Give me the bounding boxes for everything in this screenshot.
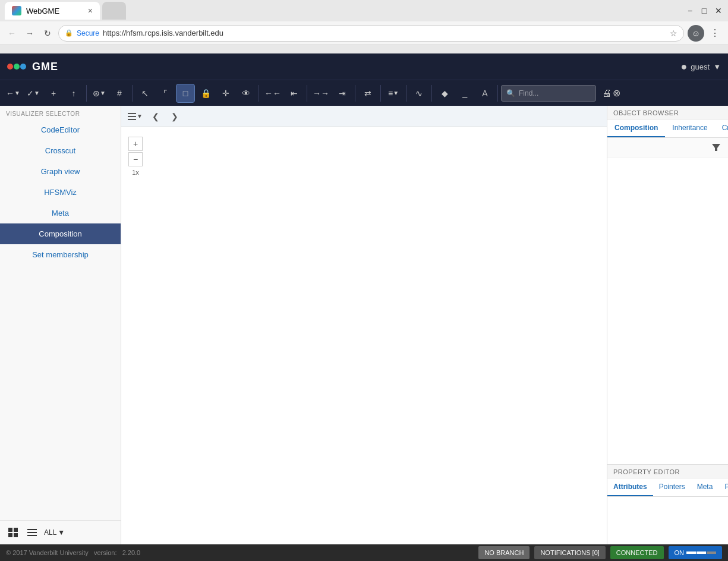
toolbar-skip-redo-btn[interactable]: ⇥ bbox=[333, 84, 352, 103]
tab-crosscut[interactable]: Crosscut bbox=[715, 119, 728, 137]
svg-rect-1 bbox=[14, 528, 18, 532]
toolbar-sep-1 bbox=[86, 85, 87, 102]
filter-button[interactable] bbox=[709, 140, 723, 155]
svg-marker-10 bbox=[712, 144, 720, 151]
search-bar[interactable]: 🔍 bbox=[501, 85, 596, 102]
list-icon bbox=[27, 527, 37, 538]
toolbar-wave-btn[interactable]: ∿ bbox=[409, 84, 428, 103]
toolbar-redo-btn[interactable]: →→ bbox=[310, 84, 332, 103]
toolbar-sep-3 bbox=[259, 85, 259, 102]
notifications-btn[interactable]: NOTIFICATIONS [0] bbox=[534, 546, 605, 559]
secure-label: Secure bbox=[77, 29, 99, 37]
toolbar-rect-btn[interactable]: □ bbox=[176, 84, 195, 103]
minimize-button[interactable]: − bbox=[685, 6, 695, 15]
toolbar-check-dropdown[interactable]: ✓▼ bbox=[24, 84, 43, 103]
address-bar[interactable]: 🔒 Secure https://hfsm.rcps.isis.vanderbi… bbox=[58, 25, 684, 42]
tiles-view-btn[interactable] bbox=[6, 525, 20, 540]
browser-tab[interactable]: WebGME × bbox=[5, 2, 100, 20]
canvas-content: + − 1x bbox=[121, 127, 607, 544]
toolbar-drop-btn[interactable]: ◆ bbox=[435, 84, 454, 103]
new-tab[interactable] bbox=[102, 2, 126, 20]
list-view-btn[interactable] bbox=[25, 525, 39, 540]
toolbar-skip-undo-btn[interactable]: ⇤ bbox=[285, 84, 304, 103]
toolbar-sep-8 bbox=[431, 85, 432, 102]
toolbar-lock-btn[interactable]: 🔒 bbox=[196, 84, 215, 103]
canvas-prev-btn[interactable]: ❮ bbox=[147, 108, 164, 125]
sidebar-item-composition[interactable]: Composition bbox=[0, 223, 121, 244]
maximize-button[interactable]: □ bbox=[699, 6, 709, 15]
browser-toolbar: ← → ↻ 🔒 Secure https://hfsm.rcps.isis.va… bbox=[0, 21, 728, 45]
toolbar-up-arrow-btn[interactable]: ↑ bbox=[64, 84, 83, 103]
refresh-button[interactable]: ↻ bbox=[40, 26, 55, 40]
gme-logo bbox=[7, 64, 26, 70]
tab-pointers[interactable]: Pointers bbox=[653, 478, 691, 496]
browser-extensions: ☺ ⋮ bbox=[688, 25, 723, 42]
profile-button[interactable]: ☺ bbox=[688, 25, 704, 42]
toolbar-back-dropdown[interactable]: ←▼ bbox=[4, 84, 23, 103]
app-title: GME bbox=[32, 61, 58, 73]
toolbar-move-btn[interactable]: ✛ bbox=[216, 84, 235, 103]
sidebar-item-meta[interactable]: Meta bbox=[0, 203, 121, 223]
sidebar-item-crosscut[interactable]: Crosscut bbox=[0, 140, 121, 161]
toolbar-slash-btn[interactable]: ⎯ bbox=[455, 84, 474, 103]
object-browser-tabs: Composition Inheritance Crosscut bbox=[607, 119, 728, 138]
toolbar-hash-btn[interactable]: # bbox=[110, 84, 129, 103]
logo-green bbox=[14, 64, 20, 70]
property-editor: PROPERTY EDITOR Attributes Pointers Meta… bbox=[607, 464, 728, 544]
back-button[interactable]: ← bbox=[5, 26, 19, 40]
extensions-button[interactable]: ⋮ bbox=[707, 25, 723, 42]
list-dropdown-icon bbox=[127, 112, 137, 121]
tab-meta[interactable]: Meta bbox=[691, 478, 719, 496]
close-window-button[interactable]: ✕ bbox=[714, 6, 723, 15]
zoom-out-btn[interactable]: − bbox=[128, 152, 143, 166]
toolbar-pointer-btn[interactable]: ↖ bbox=[135, 84, 155, 103]
svg-rect-9 bbox=[128, 119, 136, 120]
window-controls: − □ ✕ bbox=[685, 6, 723, 15]
sidebar-item-set-membership[interactable]: Set membership bbox=[0, 244, 121, 265]
all-dropdown[interactable]: ALL ▼ bbox=[44, 528, 65, 537]
zoom-in-btn[interactable]: + bbox=[128, 137, 143, 151]
sidebar-bottom: ALL ▼ bbox=[0, 521, 121, 544]
browser-chrome: WebGME × − □ ✕ ← → ↻ 🔒 Secure https://hf… bbox=[0, 0, 728, 53]
sidebar-item-code-editor[interactable]: CodeEditor bbox=[0, 119, 121, 140]
search-input[interactable] bbox=[519, 89, 590, 97]
toolbar-grid-dropdown[interactable]: ⊛▼ bbox=[90, 84, 109, 103]
toggle-bars bbox=[686, 551, 716, 554]
toolbar-eye-btn[interactable]: 👁 bbox=[237, 84, 256, 103]
toolbar-close-btn[interactable]: ⊗ bbox=[613, 87, 620, 99]
canvas-list-btn[interactable]: ▼ bbox=[125, 108, 145, 125]
tab-composition[interactable]: Composition bbox=[607, 119, 665, 137]
toolbar-text-btn[interactable]: A bbox=[475, 84, 494, 103]
zoom-controls: + − 1x bbox=[128, 137, 143, 176]
svg-rect-5 bbox=[27, 532, 37, 533]
canvas-next-btn[interactable]: ❯ bbox=[166, 108, 183, 125]
status-bar: © 2017 Vanderbilt University version: 2.… bbox=[0, 544, 728, 561]
forward-button[interactable]: → bbox=[23, 26, 37, 40]
canvas-list-dropdown-arrow: ▼ bbox=[137, 113, 143, 119]
filter-icon bbox=[711, 143, 721, 152]
toolbar-spread-btn[interactable]: ⇄ bbox=[358, 84, 377, 103]
all-dropdown-arrow: ▼ bbox=[58, 528, 65, 537]
tab-preferences[interactable]: Preferences bbox=[718, 478, 728, 496]
tab-inheritance[interactable]: Inheritance bbox=[665, 119, 714, 137]
toolbar-undo-btn[interactable]: ←← bbox=[262, 84, 283, 103]
sidebar-item-hfsmviz[interactable]: HFSMViz bbox=[0, 182, 121, 203]
user-menu[interactable]: ● guest ▼ bbox=[680, 61, 721, 73]
toolbar-plus-btn[interactable]: + bbox=[44, 84, 63, 103]
no-branch-btn[interactable]: NO BRANCH bbox=[478, 546, 530, 559]
sidebar-item-graph-view[interactable]: Graph view bbox=[0, 161, 121, 182]
print-button[interactable]: 🖨 bbox=[602, 88, 612, 99]
tab-attributes[interactable]: Attributes bbox=[607, 478, 653, 496]
toolbar-sep-6 bbox=[380, 85, 381, 102]
toolbar-corner-btn[interactable]: ⌜ bbox=[156, 84, 175, 103]
url-display: https://hfsm.rcps.isis.vanderbilt.edu bbox=[103, 29, 223, 37]
svg-rect-6 bbox=[27, 535, 37, 536]
zoom-level: 1x bbox=[128, 169, 143, 176]
toolbar-sep-5 bbox=[355, 85, 355, 102]
bookmark-icon[interactable]: ☆ bbox=[670, 29, 677, 38]
tab-close-button[interactable]: × bbox=[88, 6, 93, 15]
property-editor-title: PROPERTY EDITOR bbox=[607, 465, 728, 478]
user-icon: ● bbox=[680, 61, 687, 73]
toolbar-align-btn[interactable]: ≡▼ bbox=[384, 84, 403, 103]
on-toggle[interactable]: ON bbox=[669, 546, 723, 559]
